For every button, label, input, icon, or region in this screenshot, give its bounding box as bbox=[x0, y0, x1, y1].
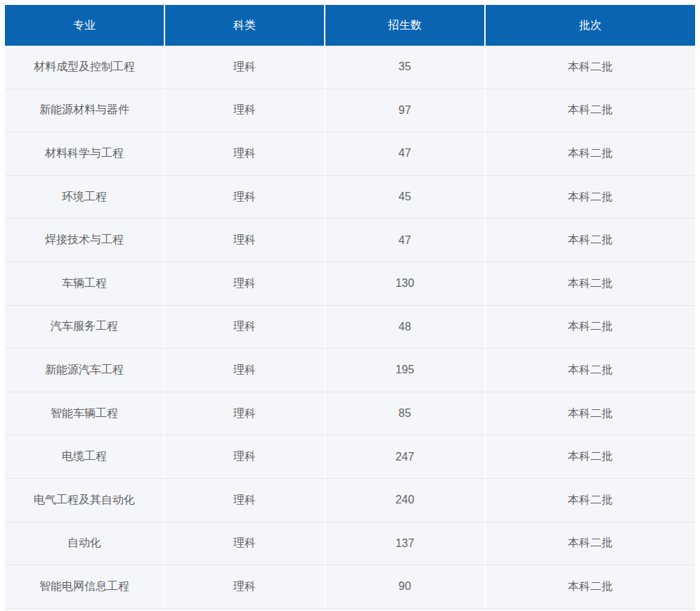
table-row: 电缆工程 理科 247 本科二批 bbox=[5, 435, 695, 479]
cell-category: 理科 bbox=[165, 392, 325, 435]
cell-batch: 本科二批 bbox=[486, 132, 695, 175]
cell-category: 理科 bbox=[165, 349, 325, 392]
cell-major: 新能源材料与器件 bbox=[5, 89, 165, 132]
cell-enrollment: 48 bbox=[325, 306, 486, 349]
cell-category: 理科 bbox=[165, 522, 325, 565]
table-row: 自动化 理科 137 本科二批 bbox=[5, 522, 695, 566]
cell-enrollment: 247 bbox=[325, 435, 486, 478]
cell-enrollment: 97 bbox=[325, 89, 486, 132]
cell-enrollment: 35 bbox=[325, 46, 486, 89]
cell-category: 理科 bbox=[165, 132, 325, 175]
cell-category: 理科 bbox=[165, 219, 325, 262]
table-row: 汽车服务工程 理科 48 本科二批 bbox=[5, 306, 695, 349]
table-header-row: 专业 科类 招生数 批次 bbox=[5, 5, 695, 46]
table-row: 焊接技术与工程 理科 47 本科二批 bbox=[5, 219, 695, 262]
cell-major: 电气工程及其自动化 bbox=[5, 479, 165, 522]
cell-category: 理科 bbox=[165, 262, 325, 305]
cell-batch: 本科二批 bbox=[486, 565, 695, 608]
cell-category: 理科 bbox=[165, 306, 325, 349]
cell-major: 焊接技术与工程 bbox=[5, 219, 165, 262]
cell-major: 车辆工程 bbox=[5, 262, 165, 305]
cell-category: 理科 bbox=[165, 46, 325, 89]
table-row: 电气工程及其自动化 理科 240 本科二批 bbox=[5, 479, 695, 522]
cell-category: 理科 bbox=[165, 565, 325, 608]
cell-enrollment: 90 bbox=[325, 565, 486, 608]
column-header-batch: 批次 bbox=[486, 5, 695, 46]
cell-batch: 本科二批 bbox=[486, 522, 695, 565]
cell-batch: 本科二批 bbox=[486, 262, 695, 305]
cell-category: 理科 bbox=[165, 89, 325, 132]
cell-major: 材料科学与工程 bbox=[5, 132, 165, 175]
cell-major: 自动化 bbox=[5, 522, 165, 565]
table-row: 智能电网信息工程 理科 90 本科二批 bbox=[5, 565, 695, 609]
cell-enrollment: 195 bbox=[325, 349, 486, 392]
cell-category: 理科 bbox=[165, 176, 325, 219]
table-row: 车辆工程 理科 130 本科二批 bbox=[5, 262, 695, 306]
cell-enrollment: 47 bbox=[325, 219, 486, 262]
cell-batch: 本科二批 bbox=[486, 219, 695, 262]
cell-enrollment: 45 bbox=[325, 176, 486, 219]
cell-enrollment: 240 bbox=[325, 479, 486, 522]
cell-major: 电缆工程 bbox=[5, 435, 165, 478]
cell-major: 新能源汽车工程 bbox=[5, 349, 165, 392]
cell-major: 智能车辆工程 bbox=[5, 392, 165, 435]
admission-plan-table: 专业 科类 招生数 批次 材料成型及控制工程 理科 35 本科二批 新能源材料与… bbox=[5, 5, 695, 611]
cell-category: 理科 bbox=[165, 479, 325, 522]
column-header-enrollment: 招生数 bbox=[325, 5, 486, 46]
cell-batch: 本科二批 bbox=[486, 176, 695, 219]
cell-batch: 本科二批 bbox=[486, 46, 695, 89]
table-row: 新能源汽车工程 理科 195 本科二批 bbox=[5, 349, 695, 392]
cell-major: 汽车服务工程 bbox=[5, 306, 165, 349]
cell-batch: 本科二批 bbox=[486, 306, 695, 349]
cell-batch: 本科二批 bbox=[486, 392, 695, 435]
table-body: 材料成型及控制工程 理科 35 本科二批 新能源材料与器件 理科 97 本科二批… bbox=[5, 46, 695, 611]
column-header-major: 专业 bbox=[5, 5, 165, 46]
cell-major: 环境工程 bbox=[5, 176, 165, 219]
cell-major: 材料成型及控制工程 bbox=[5, 46, 165, 89]
cell-batch: 本科二批 bbox=[486, 349, 695, 392]
cell-batch: 本科二批 bbox=[486, 89, 695, 132]
cell-category: 理科 bbox=[165, 435, 325, 478]
cell-major: 智能电网信息工程 bbox=[5, 565, 165, 608]
table-row: 新能源材料与器件 理科 97 本科二批 bbox=[5, 89, 695, 133]
cell-batch: 本科二批 bbox=[486, 435, 695, 478]
table-row: 环境工程 理科 45 本科二批 bbox=[5, 176, 695, 219]
table-row: 材料科学与工程 理科 47 本科二批 bbox=[5, 132, 695, 176]
table-row: 智能车辆工程 理科 85 本科二批 bbox=[5, 392, 695, 436]
cell-enrollment: 137 bbox=[325, 522, 486, 565]
column-header-category: 科类 bbox=[165, 5, 325, 46]
table-row: 材料成型及控制工程 理科 35 本科二批 bbox=[5, 46, 695, 89]
cell-enrollment: 130 bbox=[325, 262, 486, 305]
cell-enrollment: 47 bbox=[325, 132, 486, 175]
cell-batch: 本科二批 bbox=[486, 479, 695, 522]
cell-enrollment: 85 bbox=[325, 392, 486, 435]
